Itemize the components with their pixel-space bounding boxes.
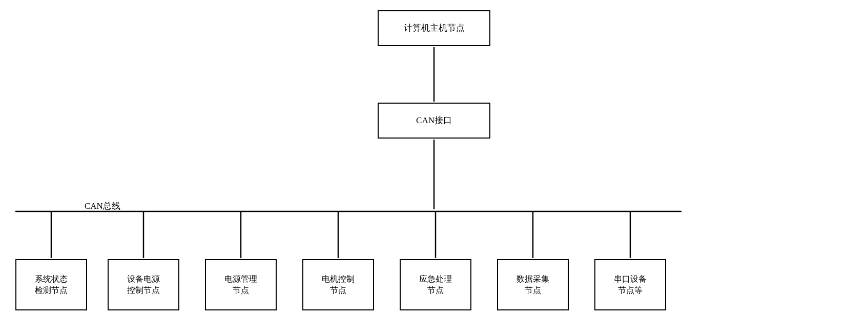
node-2-label: 设备电源控制节点	[127, 273, 160, 297]
box-node-2: 设备电源控制节点	[108, 259, 179, 310]
box-node-1: 系统状态检测节点	[15, 259, 87, 310]
box-node-6: 数据采集节点	[497, 259, 569, 310]
node-5-label: 应急处理节点	[419, 273, 452, 297]
can-interface-label: CAN接口	[416, 114, 452, 127]
box-host: 计算机主机节点	[378, 10, 490, 46]
node-3-label: 电源管理节点	[224, 273, 257, 297]
box-node-7: 串口设备节点等	[594, 259, 666, 310]
can-bus-label: CAN总线	[85, 200, 120, 212]
diagram-container: 计算机主机节点 CAN接口 CAN总线 系统状态检测节点 设备电源控制节点 电源…	[0, 0, 868, 333]
node-4-label: 电机控制节点	[322, 273, 355, 297]
node-7-label: 串口设备节点等	[614, 273, 647, 297]
box-node-4: 电机控制节点	[302, 259, 374, 310]
node-6-label: 数据采集节点	[516, 273, 549, 297]
box-node-3: 电源管理节点	[205, 259, 277, 310]
box-can-interface: CAN接口	[378, 103, 490, 139]
node-1-label: 系统状态检测节点	[35, 273, 68, 297]
box-node-5: 应急处理节点	[400, 259, 471, 310]
host-label: 计算机主机节点	[404, 22, 465, 34]
